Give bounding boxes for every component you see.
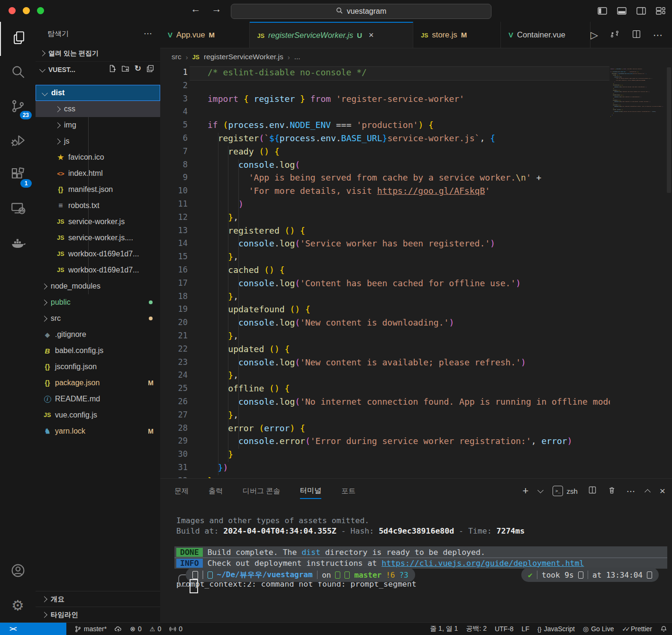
activity-bar-item-extensions[interactable]: 1	[0, 158, 36, 192]
tree-item[interactable]: Bbabel.config.js	[36, 343, 160, 359]
breadcrumb[interactable]: src›JSregisterServiceWorker.js›...	[160, 48, 672, 66]
new-terminal-icon[interactable]: +	[523, 486, 529, 496]
close-window-button[interactable]	[9, 7, 16, 14]
collapse-all-icon[interactable]	[146, 64, 154, 74]
activity-bar-item-account[interactable]	[0, 554, 36, 589]
status-bar-item-prettier[interactable]: ✓✓ Prettier	[622, 625, 652, 633]
panel-more-actions-icon[interactable]: ⋯	[627, 486, 636, 497]
zoom-window-button[interactable]	[37, 7, 44, 14]
panel-tab-터미널[interactable]: 터미널	[300, 483, 321, 499]
activity-bar-item-settings[interactable]: ⚙	[0, 589, 36, 623]
status-bar-item-master-[interactable]: master*	[74, 625, 107, 633]
toggle-secondary-sidebar-icon[interactable]	[636, 5, 647, 18]
new-file-icon[interactable]	[108, 64, 117, 74]
timeline-section[interactable]: 타임라인	[36, 607, 160, 623]
code-token: .	[274, 397, 280, 407]
status-bar-item[interactable]	[115, 626, 122, 633]
breadcrumb-item[interactable]: registerServiceWorker.js	[204, 53, 283, 61]
tab-app-vue[interactable]: VApp.vueM	[160, 22, 250, 48]
sidebar-more-actions-icon[interactable]: ⋯	[144, 28, 153, 39]
run-icon[interactable]: ▷	[590, 29, 598, 41]
minimize-window-button[interactable]	[23, 7, 30, 14]
status-bar-item-javascript[interactable]: {}JavaScript	[537, 625, 575, 633]
activity-bar-item-docker[interactable]	[0, 227, 36, 261]
split-editor-icon[interactable]	[631, 29, 642, 41]
tree-item[interactable]: dist	[36, 85, 160, 101]
tab-store-js[interactable]: JSstore.jsM	[413, 22, 501, 48]
status-bar-item-0[interactable]: 0	[169, 625, 182, 633]
new-folder-icon[interactable]	[121, 64, 130, 74]
code-link[interactable]: https://goo.gl/AFskqB	[377, 186, 485, 196]
maximize-panel-icon[interactable]	[645, 489, 651, 495]
tree-item[interactable]: JSservice-worker.js	[36, 214, 160, 230]
toggle-primary-sidebar-icon[interactable]	[597, 5, 608, 18]
activity-bar-item-remote-explorer[interactable]	[0, 192, 36, 227]
tree-item[interactable]: {}jsconfig.json	[36, 359, 160, 375]
status-bar-item--1-1[interactable]: 줄 1, 열 1	[430, 625, 458, 633]
status-bar-item-0[interactable]: ⚠0	[150, 625, 161, 633]
activity-bar-item-source-control[interactable]: 23	[0, 90, 36, 124]
minimap[interactable]: /* eslint-disable no-console */import { …	[610, 66, 666, 126]
panel-tab-출력[interactable]: 출력	[209, 484, 223, 499]
tree-item[interactable]: JSworkbox-d169e1d7...	[36, 246, 160, 262]
tree-item[interactable]: {}package.jsonM	[36, 375, 160, 391]
code-link[interactable]: https://goo.gl/AFskqB	[632, 80, 645, 81]
tree-item[interactable]: JSworkbox-d169e1d7...	[36, 262, 160, 278]
tree-item[interactable]: {}manifest.json	[36, 181, 160, 198]
panel-tab-문제[interactable]: 문제	[174, 484, 189, 499]
breadcrumb-item[interactable]: ...	[294, 53, 300, 61]
code-editor[interactable]: 1/* eslint-disable no-console */23import…	[160, 66, 672, 479]
status-bar-item--2[interactable]: 공백: 2	[466, 625, 487, 633]
tree-item[interactable]: ★favicon.ico	[36, 149, 160, 165]
tree-item[interactable]: ♞yarn.lockM	[36, 423, 160, 439]
navigate-back-button[interactable]: ←	[189, 3, 203, 15]
status-bar-item-0[interactable]: ⊗0	[130, 625, 142, 633]
tree-item[interactable]: ◆.gitignore	[36, 327, 160, 343]
tree-item[interactable]: ≡robots.txt	[36, 198, 160, 214]
tree-item[interactable]: iREADME.md	[36, 391, 160, 407]
remote-indicator[interactable]: ><	[0, 623, 66, 635]
tree-item[interactable]: src	[36, 310, 160, 327]
panel-tab-포트[interactable]: 포트	[341, 484, 355, 499]
activity-bar-item-search[interactable]	[0, 56, 36, 90]
project-section-header[interactable]: VUEST... ↻	[36, 61, 160, 77]
split-terminal-icon[interactable]	[588, 485, 597, 497]
status-bar-item-utf-8[interactable]: UTF-8	[495, 625, 514, 633]
panel-tab-디버그 콘솔[interactable]: 디버그 콘솔	[243, 484, 280, 499]
open-editors-section[interactable]: 열려 있는 편집기	[36, 45, 160, 61]
kill-terminal-icon[interactable]	[607, 485, 617, 497]
tree-item[interactable]: JSservice-worker.js....	[36, 230, 160, 246]
navigate-forward-button[interactable]: →	[209, 3, 224, 15]
terminal-link[interactable]: https://cli.vuejs.org/guide/deployment.h…	[381, 559, 584, 568]
tree-item[interactable]: public	[36, 294, 160, 310]
tree-item[interactable]: JSvue.config.js	[36, 407, 160, 423]
close-tab-icon[interactable]: ×	[369, 30, 374, 40]
customize-layout-icon[interactable]	[655, 5, 666, 18]
activity-bar-item-run-debug[interactable]	[0, 124, 36, 158]
tree-item[interactable]: img	[36, 117, 160, 133]
close-panel-icon[interactable]: ×	[660, 485, 665, 497]
activity-bar-item-explorer[interactable]	[0, 22, 36, 56]
status-bar-item[interactable]	[660, 626, 667, 633]
code-content[interactable]: 1/* eslint-disable no-console */23import…	[160, 66, 610, 479]
tree-item[interactable]: css	[36, 101, 160, 117]
tree-item[interactable]: <>index.html	[36, 165, 160, 181]
command-center-search[interactable]: vuestagram	[231, 4, 491, 19]
status-bar-item-lf[interactable]: LF	[522, 625, 529, 633]
outline-section[interactable]: 개요	[36, 591, 160, 607]
terminal-cursor[interactable]	[190, 579, 198, 593]
code-token: .	[274, 436, 280, 446]
refresh-icon[interactable]: ↻	[135, 64, 141, 74]
open-changes-icon[interactable]	[609, 29, 620, 41]
vertical-scrollbar[interactable]	[667, 67, 671, 193]
status-bar-item-go-live[interactable]: ◎Go Live	[583, 625, 614, 633]
tree-item[interactable]: js	[36, 133, 160, 149]
toggle-panel-icon[interactable]	[616, 5, 627, 18]
tab-container-vue[interactable]: VContainer.vue	[501, 22, 590, 48]
breadcrumb-item[interactable]: src	[172, 53, 182, 61]
tree-item[interactable]: node_modules	[36, 278, 160, 294]
terminal-dropdown-icon[interactable]	[538, 487, 544, 493]
more-icon[interactable]: ⋯	[653, 29, 663, 41]
terminal-instance[interactable]: >_ zsh	[553, 486, 577, 496]
tab-registerserviceworker-js[interactable]: JSregisterServiceWorker.jsU×	[250, 22, 414, 48]
